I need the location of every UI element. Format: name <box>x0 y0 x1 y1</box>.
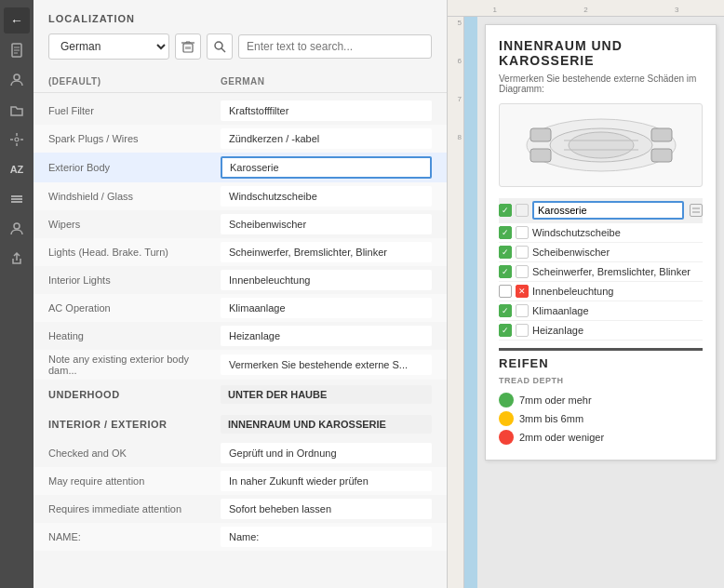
document-icon[interactable] <box>4 37 30 63</box>
tread-item: 3mm bis 6mm <box>499 409 703 428</box>
tires-section: REIFEN TREAD DEPTH 7mm oder mehr 3mm bis… <box>499 348 703 447</box>
row-input[interactable] <box>221 471 432 491</box>
row-input[interactable] <box>221 326 432 346</box>
tread-item: 7mm oder mehr <box>499 391 703 409</box>
checklist-item: Scheibenwischer <box>499 243 703 262</box>
row-label: Exterior Body <box>48 162 221 173</box>
table-row: May require attention <box>34 467 447 495</box>
section-label: UNDERHOOD <box>48 389 221 400</box>
row-input[interactable] <box>221 242 432 262</box>
checklist: Windschutzscheibe Scheibenwischer Schein… <box>499 198 703 341</box>
preview-content: 5 6 7 8 INNENRAUM UND KAROSSERIE Vermerk… <box>448 17 724 588</box>
translate-icon[interactable]: AZ <box>4 156 30 182</box>
folder-icon[interactable] <box>4 97 30 123</box>
check-box[interactable] <box>499 285 512 298</box>
column-headers: (DEFAULT) GERMAN <box>34 71 447 93</box>
row-label: Spark Plugs / Wires <box>48 133 221 144</box>
item-label: Windschutzscheibe <box>532 227 703 238</box>
uncheck-box[interactable] <box>516 265 529 278</box>
search-button[interactable] <box>207 33 233 60</box>
table-row: Interior Lights <box>34 266 447 294</box>
uncheck-box[interactable] <box>516 324 529 337</box>
tread-label-text: 7mm oder mehr <box>519 394 592 406</box>
check-box[interactable] <box>499 304 512 317</box>
table-row: Windshield / Glass <box>34 182 447 210</box>
item-label: Klimaanlage <box>532 305 703 316</box>
tool-icon[interactable] <box>4 127 30 153</box>
svg-rect-28 <box>651 128 672 141</box>
ruler-top: 1 2 3 <box>448 0 724 17</box>
check-box[interactable] <box>499 226 512 239</box>
row-input[interactable] <box>221 270 432 290</box>
ruler-left: 5 6 7 8 <box>448 17 464 588</box>
row-label: Windshield / Glass <box>48 191 221 202</box>
section-row: UNDERHOOD UNTER DER HAUBE <box>34 380 447 409</box>
row-label: Note any existing exterior body dam... <box>48 354 221 376</box>
row-input-editing[interactable] <box>221 156 432 179</box>
rows-container: Fuel Filter Spark Plugs / Wires Exterior… <box>34 93 447 588</box>
row-input[interactable] <box>221 214 432 234</box>
svg-rect-27 <box>530 149 551 162</box>
table-row: Note any existing exterior body dam... <box>34 350 447 380</box>
check-box[interactable] <box>499 265 512 278</box>
table-row: Requires immediate attention <box>34 495 447 523</box>
ruler-marks: 1 2 3 <box>449 6 722 14</box>
item-label: Heizanlage <box>532 325 703 336</box>
tread-label-text: 2mm oder weniger <box>519 432 604 443</box>
back-icon[interactable]: ← <box>4 7 30 33</box>
german-col-header: GERMAN <box>221 76 432 87</box>
row-label: NAME: <box>48 531 221 542</box>
svg-rect-29 <box>651 149 672 162</box>
row-label: Interior Lights <box>48 274 221 286</box>
item-label: Scheinwerfer, Bremslichter, Blinker <box>532 266 703 277</box>
row-label: Heating <box>48 330 221 341</box>
tread-item: 2mm oder weniger <box>499 428 703 447</box>
row-input[interactable] <box>221 499 432 519</box>
svg-rect-11 <box>11 198 22 200</box>
check-box[interactable] <box>499 324 512 337</box>
table-row: Fuel Filter <box>34 97 447 125</box>
checklist-input[interactable] <box>532 201 684 220</box>
svg-rect-26 <box>530 128 551 141</box>
export-icon[interactable] <box>4 246 30 272</box>
table-row: Spark Plugs / Wires <box>34 125 447 153</box>
uncheck-box[interactable] <box>516 304 529 317</box>
search-input[interactable] <box>238 34 432 59</box>
row-input[interactable] <box>221 128 432 149</box>
layers-icon[interactable] <box>4 186 30 212</box>
svg-rect-10 <box>11 195 22 197</box>
preview-panel: 1 2 3 5 6 7 8 INNENRAUM UND KAROSSERIE V… <box>448 0 724 588</box>
row-input[interactable] <box>221 298 432 318</box>
row-label: Requires immediate attention <box>48 503 221 514</box>
uncheck-box[interactable] <box>516 246 529 259</box>
svg-point-19 <box>215 42 222 49</box>
row-input[interactable] <box>221 100 432 121</box>
svg-point-13 <box>14 223 20 229</box>
default-col-header: (DEFAULT) <box>48 76 221 87</box>
check-box[interactable] <box>499 246 512 259</box>
checklist-item: Heizanlage <box>499 321 703 341</box>
uncheck-box[interactable] <box>516 226 529 239</box>
language-select[interactable]: German <box>48 33 169 60</box>
svg-point-4 <box>14 74 20 80</box>
error-box[interactable]: ✕ <box>516 285 529 298</box>
toolbar: German <box>34 33 447 71</box>
table-row-highlighted: Exterior Body <box>34 153 447 182</box>
panel-title: LOCALIZATION <box>34 0 447 33</box>
row-input[interactable] <box>221 186 432 207</box>
person-icon[interactable] <box>4 67 30 93</box>
form-card: INNENRAUM UND KAROSSERIE Vermerken Sie b… <box>485 24 717 461</box>
delete-button[interactable] <box>175 33 201 60</box>
check-box[interactable] <box>499 204 512 217</box>
checklist-item: Klimaanlage <box>499 301 703 321</box>
section-value: INNENRAUM UND KAROSSERIE <box>221 415 432 434</box>
card-subtitle: Vermerken Sie bestehende externe Schäden… <box>499 74 703 94</box>
row-input[interactable] <box>221 443 432 463</box>
row-input[interactable] <box>221 527 432 547</box>
uncheck-box[interactable] <box>516 204 529 217</box>
user-icon[interactable] <box>4 216 30 242</box>
row-label: AC Operation <box>48 302 221 314</box>
row-input[interactable] <box>221 354 432 375</box>
tread-label: TREAD DEPTH <box>499 376 703 385</box>
tread-dot-yellow <box>499 411 514 426</box>
